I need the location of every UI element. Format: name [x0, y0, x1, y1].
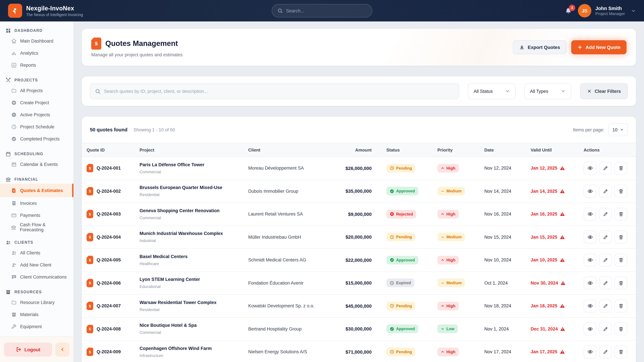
quotes-search-input[interactable]	[104, 89, 454, 94]
delete-button[interactable]	[614, 231, 627, 244]
quote-id-cell: $ Q-2024-002	[86, 187, 140, 195]
sidebar-section-header: SCHEDULING	[0, 149, 74, 158]
sidebar-item-equipment[interactable]: Equipment	[0, 321, 74, 333]
view-button[interactable]	[584, 162, 596, 175]
delete-button[interactable]	[614, 254, 627, 267]
edit-button[interactable]	[599, 208, 612, 221]
sidebar-item-cash-flow-forecasting[interactable]: Cash Flow & Forecasting	[0, 221, 74, 233]
sidebar-item-resource-library[interactable]: Resource Library	[0, 296, 74, 308]
view-button[interactable]	[584, 323, 596, 335]
sidebar-item-label: Cash Flow & Forecasting	[20, 222, 68, 232]
type-filter-select[interactable]: All Types	[524, 83, 571, 99]
project-type: Commercial	[140, 216, 248, 220]
edit-button[interactable]	[599, 254, 612, 267]
view-button[interactable]	[584, 185, 596, 198]
edit-button[interactable]	[599, 231, 612, 244]
sidebar-item-reports[interactable]: Reports	[0, 59, 74, 71]
priority-badge: High	[438, 164, 459, 173]
sidebar-item-add-new-client[interactable]: Add New Client	[0, 259, 74, 271]
sidebar-item-invoices[interactable]: Invoices	[0, 197, 74, 209]
pencil-icon	[602, 257, 608, 263]
quotes-document-icon: $	[91, 37, 101, 49]
delete-button[interactable]	[614, 277, 627, 290]
priority-badge: Low	[438, 325, 458, 333]
items-per-page-select[interactable]: 10	[608, 123, 628, 136]
export-quotes-label: Export Quotes	[528, 44, 560, 50]
warning-icon	[560, 189, 565, 194]
delete-button[interactable]	[614, 185, 627, 198]
delete-button[interactable]	[614, 300, 627, 312]
priority-badge: Medium	[438, 233, 465, 242]
sidebar-item-all-clients[interactable]: All Clients	[0, 247, 74, 259]
sidebar-item-completed-projects[interactable]: Completed Projects	[0, 133, 74, 145]
add-new-quote-button[interactable]: Add New Quote	[571, 40, 626, 54]
valid-until-cell: Jan 16, 2025	[531, 212, 584, 217]
quote-id-cell: $ Q-2024-003	[86, 210, 140, 218]
sidebar-item-materials[interactable]: Materials	[0, 308, 74, 321]
notifications-button[interactable]: 3	[565, 7, 572, 14]
project-cell: Nice Boutique Hotel & Spa Commercial	[140, 323, 248, 335]
export-quotes-button[interactable]: Export Quotes	[513, 40, 566, 54]
status-label: Pending	[396, 235, 412, 240]
global-search[interactable]	[272, 4, 372, 17]
user-menu[interactable]: JS John Smith Project Manager	[578, 4, 636, 17]
dash-icon	[441, 281, 444, 285]
delete-button[interactable]	[614, 346, 627, 358]
chevron-down-icon	[561, 89, 566, 93]
filter-bar-card: All Status All Types Clear Filters	[82, 76, 636, 106]
valid-until-date: Jan 16, 2025	[531, 212, 557, 217]
edit-button[interactable]	[599, 162, 612, 175]
view-button[interactable]	[584, 231, 596, 244]
priority-cell: High	[438, 164, 484, 173]
edit-button[interactable]	[599, 277, 612, 290]
warning-icon	[560, 350, 565, 355]
delete-button[interactable]	[614, 208, 627, 221]
edit-button[interactable]	[599, 323, 612, 335]
table-row: $ Q-2024-004 Munich Industrial Warehouse…	[82, 226, 636, 249]
page-subtitle: Manage all your project quotes and estim…	[91, 52, 183, 57]
client-cell: Kowalski Development Sp. z o.o.	[248, 304, 342, 309]
date-cell: Nov 10, 2024	[484, 258, 531, 263]
edit-button[interactable]	[599, 300, 612, 312]
view-button[interactable]	[584, 300, 596, 312]
clear-filters-button[interactable]: Clear Filters	[580, 83, 628, 99]
sidebar-item-calendar-events[interactable]: Calendar & Events	[0, 158, 74, 170]
quote-id: Q-2024-001	[96, 166, 121, 171]
sidebar-item-create-project[interactable]: Create Project	[0, 96, 74, 109]
project-cell: Copenhagen Offshore Wind Farm Infrastruc…	[140, 346, 248, 358]
actions-cell	[584, 185, 629, 198]
global-search-input[interactable]	[286, 8, 366, 13]
edit-button[interactable]	[599, 346, 612, 358]
sidebar-item-main-dashboard[interactable]: Main Dashboard	[0, 35, 74, 47]
sidebar-collapse-button[interactable]	[55, 343, 70, 357]
sidebar-item-active-projects[interactable]: Active Projects	[0, 109, 74, 121]
table-row: $ Q-2024-008 Nice Boutique Hotel & Spa C…	[82, 318, 636, 341]
sidebar-item-quotes-estimates[interactable]: $Quotes & Estimates	[0, 184, 74, 197]
delete-button[interactable]	[614, 162, 627, 175]
sidebar-item-client-communications[interactable]: Client Communications	[0, 271, 74, 283]
sidebar-item-payments[interactable]: Payments	[0, 209, 74, 221]
sidebar-item-project-schedule[interactable]: Project Schedule	[0, 121, 74, 133]
user-info: John Smith Project Manager	[595, 5, 625, 16]
valid-until-cell: Jan 15, 2025	[531, 235, 584, 240]
status-filter-select[interactable]: All Status	[468, 83, 516, 99]
edit-button[interactable]	[599, 185, 612, 198]
sidebar-section-dashboard: DASHBOARDMain DashboardAnalyticsReports	[0, 26, 74, 71]
logout-button[interactable]: Logout	[4, 343, 52, 357]
clock-icon	[390, 350, 394, 354]
amount-cell: $15,000,000	[342, 280, 386, 286]
view-button[interactable]	[584, 208, 596, 221]
pencil-icon	[602, 326, 608, 332]
sidebar-footer: Logout	[0, 337, 74, 362]
sidebar-item-all-projects[interactable]: All Projects	[0, 84, 74, 96]
view-button[interactable]	[584, 277, 596, 290]
table-header-row: Quote IDProjectClientAmountStatusPriorit…	[82, 143, 636, 157]
status-cell: Approved	[386, 256, 438, 265]
view-button[interactable]	[584, 254, 596, 267]
home-icon	[11, 38, 17, 44]
quotes-search-field[interactable]	[90, 83, 459, 99]
view-button[interactable]	[584, 346, 596, 358]
sidebar-item-analytics[interactable]: Analytics	[0, 47, 74, 59]
delete-button[interactable]	[614, 323, 627, 335]
chevron-left-icon	[60, 347, 65, 352]
